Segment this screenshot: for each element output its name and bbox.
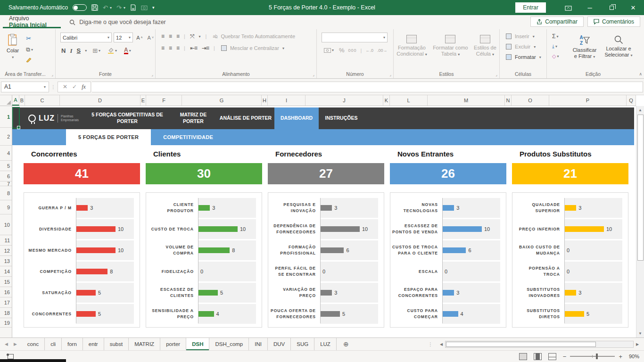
column-header-cell[interactable]: J xyxy=(305,95,383,106)
decrease-indent-icon[interactable]: ⇤≡ xyxy=(190,45,197,51)
underline-button[interactable]: S xyxy=(76,47,81,54)
row-header-cell[interactable]: 8 xyxy=(0,186,12,200)
row-header-cell[interactable]: 2 xyxy=(0,128,12,146)
scroll-down-icon[interactable]: ▼ xyxy=(636,329,644,337)
column-header-cell[interactable]: A xyxy=(12,95,19,106)
orientation-icon[interactable]: ⤧ xyxy=(190,33,194,40)
row-header-cell[interactable]: 12 xyxy=(0,246,12,256)
hscroll-track[interactable] xyxy=(445,341,634,348)
page-break-view-icon[interactable] xyxy=(548,353,556,360)
sheet-tab[interactable]: cli xyxy=(45,338,62,350)
autosum-button[interactable]: Σ▾ xyxy=(551,32,568,41)
row-header-cell[interactable]: 6 xyxy=(0,171,12,181)
italic-button[interactable]: I xyxy=(70,47,72,55)
undo-icon[interactable]: ↶ xyxy=(103,4,108,11)
cell-styles-button[interactable]: Estilos deCélula ▾ xyxy=(471,32,499,57)
comma-style-button[interactable]: 000 xyxy=(348,48,357,53)
align-middle-icon[interactable]: ≡ xyxy=(169,33,172,40)
column-header-cell[interactable]: N xyxy=(505,95,512,106)
sheet-tab[interactable]: subst xyxy=(104,338,129,350)
zoom-slider[interactable] xyxy=(570,356,615,357)
align-top-icon[interactable]: ≡ xyxy=(161,33,164,40)
font-dialog-launcher-icon[interactable]: ⌟ xyxy=(151,73,153,77)
clipboard-dialog-launcher-icon[interactable]: ⌟ xyxy=(51,73,53,77)
underline-dropdown-icon[interactable]: ▾ xyxy=(85,49,87,53)
sheet-prev-icon[interactable]: ◀ xyxy=(5,342,8,346)
column-header-cell[interactable]: C xyxy=(25,95,60,106)
column-header-cell[interactable]: O xyxy=(512,95,549,106)
row-header-cell[interactable]: 19 xyxy=(0,318,12,328)
conditional-formatting-button[interactable]: FormataçãoCondicional ▾ xyxy=(394,32,430,57)
column-header-cell[interactable]: P xyxy=(549,95,627,106)
percent-style-button[interactable]: % xyxy=(339,47,345,54)
align-bottom-icon[interactable]: ≡ xyxy=(176,33,179,40)
borders-button[interactable]: ⊞▾ xyxy=(91,46,102,55)
column-header-cell[interactable]: H xyxy=(262,95,268,106)
select-all-button[interactable] xyxy=(0,95,12,106)
column-header-cell[interactable]: Q xyxy=(627,95,636,106)
column-header-cell[interactable]: M xyxy=(428,95,505,106)
column-header-cell[interactable]: L xyxy=(390,95,428,106)
cancel-icon[interactable]: ✕ xyxy=(63,83,67,90)
bold-button[interactable]: N xyxy=(61,47,66,54)
dashboard-nav-item[interactable]: DASHBOARD xyxy=(274,107,319,129)
align-right-icon[interactable]: ≡ xyxy=(176,45,179,51)
row-header-cell[interactable]: 11 xyxy=(0,235,12,246)
accounting-format-button[interactable]: ▾ xyxy=(322,47,335,54)
clear-button[interactable]: ◇▾ xyxy=(551,52,568,60)
font-color-button[interactable]: A▾ xyxy=(123,47,132,55)
undo-dropdown-icon[interactable]: ▾ xyxy=(110,6,112,10)
fill-color-button[interactable]: ▾ xyxy=(106,47,118,55)
row-header-cell[interactable]: 4 xyxy=(0,146,12,161)
sort-filter-button[interactable]: AZ Classificare Filtrar ▾ xyxy=(568,32,602,60)
increase-font-icon[interactable]: A˄ xyxy=(135,33,144,42)
sheet-tab[interactable]: DSH_comp xyxy=(209,338,249,350)
align-center-icon[interactable]: ≡ xyxy=(169,45,172,51)
vertical-scrollbar[interactable]: ▲ ▼ xyxy=(636,106,644,337)
minimize-button[interactable]: ─ xyxy=(579,0,601,15)
scroll-up-icon[interactable]: ▲ xyxy=(636,106,644,114)
signin-button[interactable]: Entrar xyxy=(515,2,546,13)
ribbon-display-options-icon[interactable] xyxy=(557,0,579,15)
new-sheet-icon[interactable]: ⊕ xyxy=(337,338,355,350)
format-painter-button[interactable] xyxy=(25,56,34,64)
dashboard-nav-item[interactable]: MATRIZ DE PORTER xyxy=(170,107,217,129)
vertical-scroll-thumb[interactable] xyxy=(637,115,644,261)
find-select-button[interactable]: Localizar eSelecionar ▾ xyxy=(602,32,636,60)
dashboard-subtab[interactable]: 5 FORÇAS DE PORTER xyxy=(66,129,151,145)
copy-button[interactable]: ⧉▾ xyxy=(25,45,34,54)
horizontal-scroll-thumb[interactable] xyxy=(446,342,596,347)
hscroll-left-icon[interactable]: ◀ xyxy=(438,340,445,348)
column-header-cell[interactable]: I xyxy=(268,95,305,106)
dashboard-nav-item[interactable]: INSTRUÇÕES xyxy=(319,107,364,129)
sheet-tab[interactable]: entr xyxy=(83,338,104,350)
page-layout-view-icon[interactable] xyxy=(534,353,542,360)
fill-button[interactable]: ⤓▾ xyxy=(551,42,568,50)
tell-me-search[interactable]: Diga-me o que você deseja fazer xyxy=(69,15,165,29)
collapse-ribbon-icon[interactable]: ∧ xyxy=(639,72,642,76)
ribbon-tab[interactable]: Página Inicial xyxy=(3,22,61,28)
row-header-cell[interactable]: 17 xyxy=(0,297,12,308)
zoom-out-icon[interactable]: − xyxy=(563,353,567,360)
row-header-cell[interactable]: 9 xyxy=(0,200,12,214)
redo-icon[interactable]: ↷ xyxy=(116,4,122,11)
enter-icon[interactable]: ✓ xyxy=(72,83,77,90)
row-header-cell[interactable]: 1 xyxy=(0,106,12,128)
print-preview-icon[interactable] xyxy=(130,4,136,11)
horizontal-scrollbar[interactable]: ◀ ▶ xyxy=(438,338,641,350)
merge-center-button[interactable]: Mesclar e Centralizar ▾ xyxy=(220,44,286,52)
macro-record-icon[interactable] xyxy=(8,354,14,359)
font-size-select[interactable]: 12▾ xyxy=(114,33,133,42)
delete-cells-button[interactable]: Excluir ▾ xyxy=(504,43,546,50)
formula-input[interactable] xyxy=(92,82,643,92)
save-icon[interactable] xyxy=(91,4,98,11)
sheet-tab[interactable]: conc xyxy=(22,338,45,350)
row-header-cell[interactable]: 14 xyxy=(0,266,12,277)
dashboard-subtab[interactable]: COMPETITIVIDADE xyxy=(151,129,225,145)
dashboard-nav-item[interactable]: ANÁLISE DE PORTER xyxy=(217,107,274,129)
decrease-font-icon[interactable]: A˅ xyxy=(146,33,155,42)
decrease-decimal-icon[interactable]: .00→ xyxy=(377,48,388,53)
paste-button[interactable]: Colar▾ xyxy=(4,31,22,64)
row-header-cell[interactable]: 7 xyxy=(0,181,12,186)
styles-dialog-launcher-icon[interactable]: ⌟ xyxy=(495,73,497,77)
